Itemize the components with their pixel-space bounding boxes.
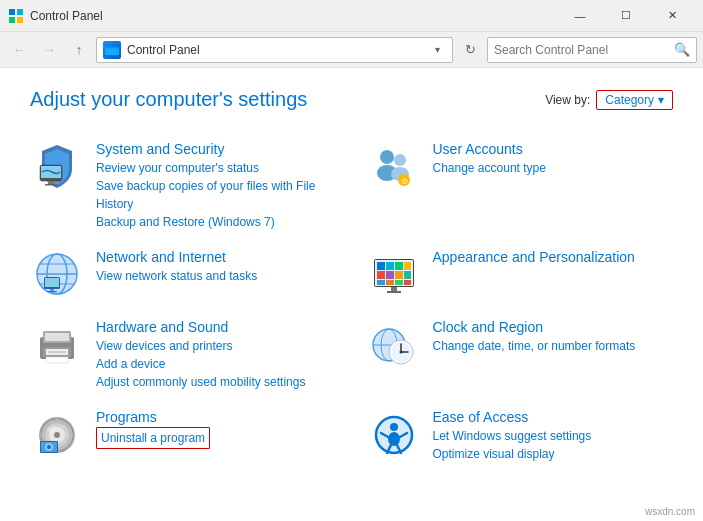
address-field[interactable]: Control Panel ▾ [96, 37, 453, 63]
svg-point-75 [388, 432, 400, 446]
address-text: Control Panel [127, 43, 422, 57]
system-security-link-0[interactable]: Review your computer's status [96, 159, 337, 177]
svg-rect-38 [377, 280, 385, 285]
main-content: Adjust your computer's settings View by:… [0, 68, 703, 491]
system-security-info: System and Security Review your computer… [96, 139, 337, 231]
hardware-link-1[interactable]: Add a device [96, 355, 337, 373]
programs-link-0[interactable]: Uninstall a program [96, 427, 210, 449]
network-link-0[interactable]: View network status and tasks [96, 267, 337, 285]
viewby-dropdown[interactable]: Category ▾ [596, 90, 673, 110]
hardware-link-0[interactable]: View devices and printers [96, 337, 337, 355]
categories-grid: System and Security Review your computer… [30, 131, 673, 471]
svg-point-12 [380, 150, 394, 164]
ease-of-access-title[interactable]: Ease of Access [433, 409, 674, 425]
svg-point-74 [390, 423, 398, 431]
user-accounts-icon: ⚙ [367, 139, 421, 193]
category-clock: Clock and Region Change date, time, or n… [367, 309, 674, 399]
window-title: Control Panel [30, 9, 557, 23]
search-icon[interactable]: 🔍 [674, 42, 690, 57]
svg-rect-40 [395, 280, 403, 285]
clock-icon [367, 317, 421, 371]
svg-rect-43 [387, 291, 401, 293]
svg-rect-2 [9, 17, 15, 23]
user-accounts-link-0[interactable]: Change account type [433, 159, 674, 177]
svg-rect-49 [48, 351, 66, 353]
system-security-title[interactable]: System and Security [96, 141, 337, 157]
close-button[interactable]: ✕ [649, 0, 695, 32]
svg-rect-33 [404, 262, 411, 270]
appearance-info: Appearance and Personalization [433, 247, 674, 267]
maximize-button[interactable]: ☐ [603, 0, 649, 32]
folder-icon [103, 41, 121, 59]
hardware-icon [30, 317, 84, 371]
ease-of-access-link-1[interactable]: Optimize visual display [433, 445, 674, 463]
programs-icon [30, 407, 84, 461]
svg-rect-42 [391, 287, 397, 291]
system-security-link-2[interactable]: Backup and Restore (Windows 7) [96, 213, 337, 231]
category-network: Network and Internet View network status… [30, 239, 337, 309]
svg-point-60 [399, 351, 402, 354]
user-accounts-title[interactable]: User Accounts [433, 141, 674, 157]
view-by-control: View by: Category ▾ [545, 90, 673, 110]
window-controls: — ☐ ✕ [557, 0, 695, 32]
title-bar: Control Panel — ☐ ✕ [0, 0, 703, 32]
svg-point-66 [54, 432, 60, 438]
watermark: wsxdn.com [645, 506, 695, 517]
svg-rect-34 [377, 271, 385, 279]
svg-point-71 [47, 445, 51, 449]
system-security-link-1[interactable]: Save backup copies of your files with Fi… [96, 177, 337, 213]
clock-info: Clock and Region Change date, time, or n… [433, 317, 674, 355]
system-security-icon [30, 139, 84, 193]
appearance-title[interactable]: Appearance and Personalization [433, 249, 674, 265]
svg-rect-7 [105, 48, 119, 55]
svg-rect-30 [377, 262, 385, 270]
svg-rect-37 [404, 271, 411, 279]
appearance-icon [367, 247, 421, 301]
svg-rect-39 [386, 280, 394, 285]
ease-of-access-icon [367, 407, 421, 461]
ease-of-access-link-0[interactable]: Let Windows suggest settings [433, 427, 674, 445]
address-dropdown-arrow[interactable]: ▾ [428, 38, 446, 62]
user-accounts-info: User Accounts Change account type [433, 139, 674, 177]
svg-rect-27 [47, 291, 57, 292]
ease-of-access-info: Ease of Access Let Windows suggest setti… [433, 407, 674, 463]
programs-info: Programs Uninstall a program [96, 407, 337, 449]
forward-button[interactable]: → [36, 37, 62, 63]
hardware-link-2[interactable]: Adjust commonly used mobility settings [96, 373, 337, 391]
viewby-arrow: ▾ [658, 93, 664, 107]
clock-link-0[interactable]: Change date, time, or number formats [433, 337, 674, 355]
svg-rect-11 [45, 184, 57, 186]
svg-rect-31 [386, 262, 394, 270]
hardware-title[interactable]: Hardware and Sound [96, 319, 337, 335]
network-title[interactable]: Network and Internet [96, 249, 337, 265]
category-hardware: Hardware and Sound View devices and prin… [30, 309, 337, 399]
network-info: Network and Internet View network status… [96, 247, 337, 285]
back-button[interactable]: ← [6, 37, 32, 63]
svg-rect-0 [9, 9, 15, 15]
search-box[interactable]: 🔍 [487, 37, 697, 63]
header-row: Adjust your computer's settings View by:… [30, 88, 673, 111]
svg-rect-46 [45, 333, 69, 341]
svg-rect-10 [48, 181, 54, 184]
svg-rect-50 [46, 357, 68, 363]
svg-rect-32 [395, 262, 403, 270]
hardware-info: Hardware and Sound View devices and prin… [96, 317, 337, 391]
svg-rect-3 [17, 17, 23, 23]
svg-text:⚙: ⚙ [400, 177, 407, 186]
up-button[interactable]: ↑ [66, 37, 92, 63]
viewby-label: View by: [545, 93, 590, 107]
category-appearance: Appearance and Personalization [367, 239, 674, 309]
svg-rect-35 [386, 271, 394, 279]
programs-title[interactable]: Programs [96, 409, 337, 425]
svg-point-14 [394, 154, 406, 166]
app-icon [8, 8, 24, 24]
svg-rect-26 [50, 289, 54, 291]
clock-title[interactable]: Clock and Region [433, 319, 674, 335]
svg-rect-1 [17, 9, 23, 15]
search-input[interactable] [494, 43, 674, 57]
refresh-button[interactable]: ↻ [457, 37, 483, 63]
minimize-button[interactable]: — [557, 0, 603, 32]
svg-rect-36 [395, 271, 403, 279]
category-ease-of-access: Ease of Access Let Windows suggest setti… [367, 399, 674, 471]
svg-rect-25 [45, 278, 59, 287]
